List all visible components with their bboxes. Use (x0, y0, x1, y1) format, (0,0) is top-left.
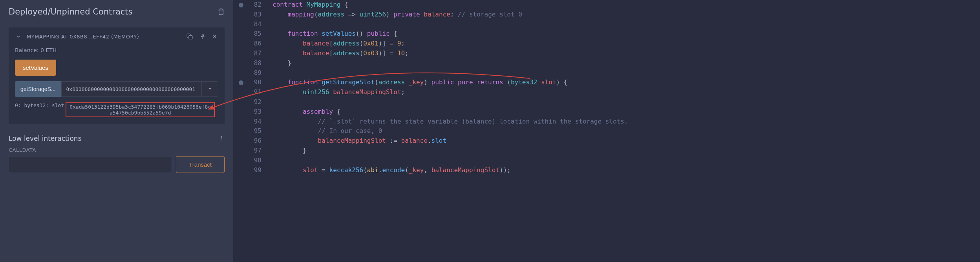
breakpoint-dot[interactable] (239, 80, 243, 85)
code-line[interactable]: balance[address(0x03)] = 10; (272, 49, 628, 58)
svg-rect-0 (189, 36, 192, 39)
code-line[interactable] (272, 68, 628, 78)
contract-card: MYMAPPING AT 0X8B8...EFF42 (MEMORY) Bala… (9, 27, 225, 124)
panel-title: Deployed/Unpinned Contracts (9, 7, 133, 16)
result-label: 0: bytes32: slot (15, 102, 64, 117)
breakpoint-gutter[interactable] (233, 0, 246, 262)
line-number-gutter: 828384858687888990919293949596979899 (246, 0, 269, 262)
code-line[interactable]: function getStorageSlot(address _key) pu… (272, 78, 628, 87)
code-line[interactable]: balance[address(0x01)] = 9; (272, 39, 628, 49)
line-number: 91 (246, 87, 261, 97)
breakpoint-dot[interactable] (239, 3, 243, 7)
code-content[interactable]: contract MyMapping { mapping(address => … (269, 0, 628, 262)
set-values-button[interactable]: setValues (15, 60, 56, 76)
balance-line: Balance: 0 ETH (15, 47, 218, 53)
code-line[interactable]: // `.slot` returns the state variable (b… (272, 117, 628, 127)
code-line[interactable]: } (272, 58, 628, 68)
line-number: 97 (246, 146, 261, 156)
deployed-contracts-panel: Deployed/Unpinned Contracts MYMAPPING AT… (0, 0, 233, 262)
line-number: 83 (246, 10, 261, 20)
low-level-title: Low level interactions (9, 135, 82, 142)
line-number: 85 (246, 29, 261, 39)
transact-button[interactable]: Transact (176, 156, 225, 173)
code-line[interactable]: slot = keccak256(abi.encode(_key, balanc… (272, 166, 628, 175)
line-number: 94 (246, 117, 261, 127)
contract-name: MYMAPPING AT 0X8B8...EFF42 (MEMORY) (27, 34, 181, 40)
code-line[interactable]: mapping(address => uint256) private bala… (272, 10, 628, 20)
panel-title-row: Deployed/Unpinned Contracts (9, 7, 225, 16)
low-level-section: Low level interactions i CALLDATA Transa… (9, 135, 225, 173)
code-line[interactable] (272, 20, 628, 29)
chevron-down-icon[interactable] (15, 33, 22, 40)
balance-value: 0 ETH (40, 47, 57, 53)
code-line[interactable]: } (272, 146, 628, 156)
calldata-label: CALLDATA (9, 147, 225, 153)
code-line[interactable]: function setValues() public { (272, 29, 628, 39)
line-number: 96 (246, 136, 261, 146)
line-number: 98 (246, 156, 261, 166)
code-line[interactable] (272, 97, 628, 107)
pin-icon[interactable] (199, 33, 206, 40)
line-number: 93 (246, 107, 261, 117)
code-line[interactable]: uint256 balanceMappingSlot; (272, 87, 628, 97)
copy-icon[interactable] (186, 33, 193, 40)
get-storage-slot-button[interactable]: getStorageS... (15, 81, 61, 97)
close-icon[interactable] (211, 33, 218, 40)
line-number: 99 (246, 166, 261, 175)
get-storage-row: getStorageS... (15, 81, 218, 97)
line-number: 82 (246, 0, 261, 10)
line-number: 87 (246, 49, 261, 58)
calldata-input[interactable] (9, 156, 172, 173)
code-line[interactable]: // In our case, 0 (272, 126, 628, 136)
contract-header: MYMAPPING AT 0X8B8...EFF42 (MEMORY) (15, 33, 218, 40)
code-line[interactable]: contract MyMapping { (272, 0, 628, 10)
code-line[interactable]: assembly { (272, 107, 628, 117)
line-number: 89 (246, 68, 261, 78)
code-editor: 828384858687888990919293949596979899 con… (233, 0, 980, 262)
line-number: 90 (246, 78, 261, 87)
line-number: 88 (246, 58, 261, 68)
info-icon[interactable]: i (218, 135, 225, 142)
result-value: 0xada5013122d395ba3c54772283fb069b104260… (66, 102, 215, 117)
trash-icon[interactable] (218, 8, 225, 15)
line-number: 92 (246, 97, 261, 107)
line-number: 95 (246, 126, 261, 136)
code-line[interactable] (272, 156, 628, 166)
line-number: 84 (246, 20, 261, 29)
get-storage-input[interactable] (61, 81, 202, 97)
balance-label: Balance: (15, 47, 39, 53)
code-line[interactable]: balanceMappingSlot := balance.slot (272, 136, 628, 146)
expand-input-button[interactable] (202, 81, 218, 97)
result-row: 0: bytes32: slot 0xada5013122d395ba3c547… (15, 101, 218, 119)
line-number: 86 (246, 39, 261, 49)
